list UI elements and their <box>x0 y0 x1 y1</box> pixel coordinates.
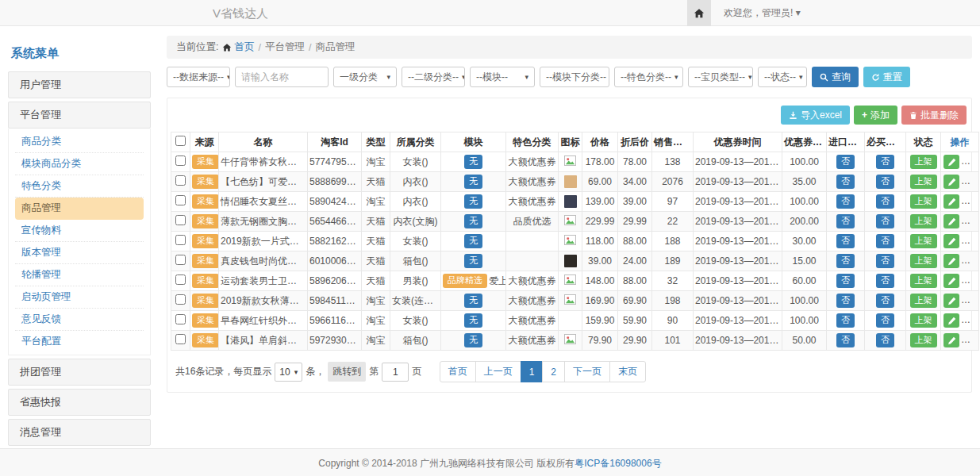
pager-button[interactable]: 2 <box>542 361 565 382</box>
edit-button[interactable] <box>943 175 959 189</box>
status-badge[interactable]: 上架 <box>910 194 937 209</box>
sidebar-subitem[interactable]: 版本管理 <box>15 242 144 264</box>
category-cell: 内衣() <box>390 172 441 192</box>
must-buy-toggle[interactable]: 否 <box>876 214 894 228</box>
sidebar-subitem[interactable]: 平台配置 <box>15 331 144 352</box>
pager-button[interactable]: 首页 <box>440 361 476 382</box>
row-checkbox[interactable] <box>175 195 186 205</box>
filter-select[interactable]: --状态--▾ <box>758 67 807 87</box>
import-select-toggle[interactable]: 否 <box>836 234 855 248</box>
must-buy-toggle[interactable]: 否 <box>876 254 894 268</box>
pager-button[interactable]: 下一页 <box>564 361 610 382</box>
edit-button[interactable] <box>943 313 959 328</box>
filter-select[interactable]: --模块下分类--▾ <box>540 67 609 87</box>
breadcrumb-home-link[interactable]: 首页 <box>222 40 254 54</box>
sidebar-item[interactable]: 拼团管理 <box>8 359 151 386</box>
status-badge[interactable]: 上架 <box>910 333 937 347</box>
filter-select[interactable]: --特色分类--▾ <box>614 67 683 87</box>
row-checkbox[interactable] <box>175 255 186 265</box>
import-select-toggle[interactable]: 否 <box>836 313 855 328</box>
must-buy-toggle[interactable]: 否 <box>876 234 894 248</box>
jump-button[interactable]: 跳转到 <box>328 362 366 382</box>
pager-button[interactable]: 末页 <box>609 361 646 382</box>
sidebar-subitem[interactable]: 商品管理 <box>15 198 144 220</box>
status-badge[interactable]: 上架 <box>910 294 937 308</box>
import-select-toggle[interactable]: 否 <box>836 274 855 288</box>
status-badge[interactable]: 上架 <box>910 214 937 228</box>
sidebar-item[interactable]: 消息管理 <box>8 419 151 446</box>
welcome-user-menu[interactable]: 欢迎您，管理员! ▾ <box>724 0 801 26</box>
search-button[interactable]: 查询 <box>812 67 859 87</box>
sidebar-subitem[interactable]: 商品分类 <box>15 131 144 153</box>
filter-select[interactable]: --宝贝类型--▾ <box>688 67 753 87</box>
row-checkbox[interactable] <box>175 294 186 305</box>
jump-page-input[interactable]: 1 <box>382 363 409 382</box>
batch-delete-button[interactable]: 批量删除 <box>901 106 967 125</box>
sidebar-subitem[interactable]: 特色分类 <box>15 175 144 198</box>
import-excel-button[interactable]: 导入excel <box>781 106 850 125</box>
import-select-toggle[interactable]: 否 <box>836 155 855 169</box>
status-badge[interactable]: 上架 <box>910 254 937 268</box>
pager-button[interactable]: 1 <box>521 361 544 382</box>
filter-select[interactable]: 一级分类▾ <box>333 67 397 87</box>
import-select-toggle[interactable]: 否 <box>836 333 855 347</box>
sidebar-item[interactable]: 省惠快报 <box>8 389 151 416</box>
import-select-toggle[interactable]: 否 <box>836 175 855 189</box>
must-buy-toggle[interactable]: 否 <box>876 194 894 209</box>
sidebar-item[interactable]: 用户管理 <box>8 71 151 98</box>
edit-button[interactable] <box>943 155 959 169</box>
sidebar-subitem[interactable]: 宣传物料 <box>15 220 144 242</box>
status-badge[interactable]: 上架 <box>910 274 937 288</box>
row-checkbox[interactable] <box>175 175 186 186</box>
filter-select[interactable]: --模块--▾ <box>470 67 535 87</box>
import-select-toggle[interactable]: 否 <box>836 254 855 268</box>
status-badge[interactable]: 上架 <box>910 313 937 328</box>
add-button[interactable]: + 添加 <box>854 106 897 125</box>
sidebar-item[interactable]: 平台管理 <box>8 102 151 129</box>
edit-button[interactable] <box>943 194 959 209</box>
ops-cell <box>941 331 979 351</box>
reset-button[interactable]: 重置 <box>863 67 910 87</box>
sidebar-subitem[interactable]: 轮播管理 <box>15 264 144 286</box>
edit-button[interactable] <box>943 294 959 308</box>
icp-link[interactable]: 粤ICP备16098006号 <box>575 458 661 469</box>
status-badge[interactable]: 上架 <box>910 155 937 169</box>
filter-select[interactable]: --二级分类--▾ <box>402 67 465 87</box>
filter-select[interactable]: --数据来源--▾ <box>167 67 230 87</box>
name-search-input[interactable]: 请输入名称 <box>235 67 329 87</box>
sidebar-subitem[interactable]: 模块商品分类 <box>15 153 144 175</box>
must-buy-toggle[interactable]: 否 <box>876 155 894 169</box>
row-checkbox[interactable] <box>175 274 186 285</box>
type-cell: 淘宝 <box>362 192 390 212</box>
edit-button[interactable] <box>943 333 959 347</box>
caret-down-icon: ▾ <box>799 73 803 81</box>
edit-button[interactable] <box>943 254 959 268</box>
status-badge[interactable]: 上架 <box>910 234 937 248</box>
edit-button[interactable] <box>943 274 959 288</box>
select-all-checkbox[interactable] <box>175 136 186 146</box>
status-badge[interactable]: 上架 <box>910 175 937 189</box>
row-checkbox[interactable] <box>175 314 186 324</box>
row-checkbox[interactable] <box>175 334 186 344</box>
breadcrumb-item[interactable]: 平台管理 <box>265 40 305 54</box>
sidebar-subitem[interactable]: 启动页管理 <box>15 286 144 309</box>
price-cell: 229.99 <box>582 212 618 232</box>
must-buy-toggle[interactable]: 否 <box>876 313 894 328</box>
must-buy-toggle[interactable]: 否 <box>876 274 894 288</box>
import-select-toggle[interactable]: 否 <box>836 194 855 209</box>
edit-button[interactable] <box>943 234 959 248</box>
must-buy-toggle[interactable]: 否 <box>876 294 894 308</box>
import-select-toggle[interactable]: 否 <box>836 214 855 228</box>
home-button[interactable] <box>687 0 711 26</box>
must-buy-toggle[interactable]: 否 <box>876 175 894 189</box>
row-checkbox[interactable] <box>175 215 186 225</box>
pager-button[interactable]: 上一页 <box>475 361 521 382</box>
import-select-toggle[interactable]: 否 <box>836 294 855 308</box>
top-header: V省钱达人 欢迎您，管理员! ▾ <box>0 0 980 26</box>
edit-button[interactable] <box>943 214 959 228</box>
row-checkbox[interactable] <box>175 155 186 166</box>
must-buy-toggle[interactable]: 否 <box>876 333 894 347</box>
per-page-select[interactable]: 10▾ <box>275 363 302 382</box>
sidebar-subitem[interactable]: 意见反馈 <box>15 309 144 331</box>
row-checkbox[interactable] <box>175 235 186 245</box>
